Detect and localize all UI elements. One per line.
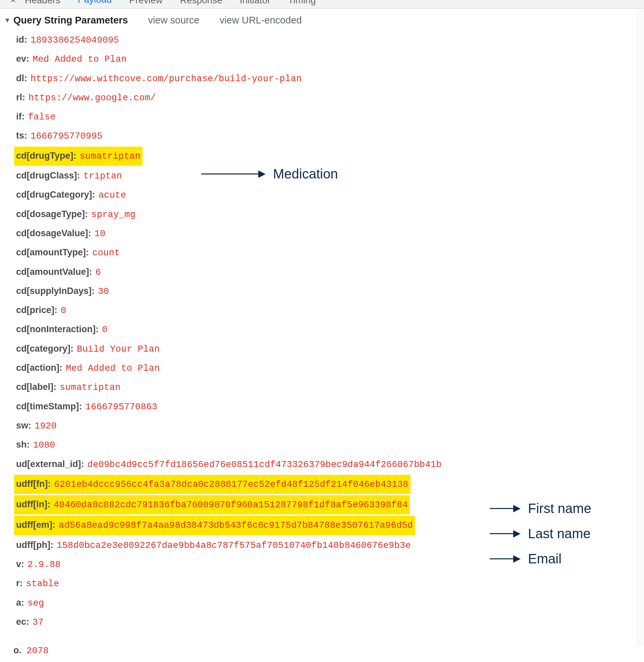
param-row: ud[external_id]:de09bc4d9cc5f7fd18656ed7… (16, 456, 641, 474)
devtools-tabs: ✕ Headers Payload Preview Response Initi… (0, 0, 644, 9)
tab-response[interactable]: Response (178, 0, 224, 6)
view-url-encoded-link[interactable]: view URL-encoded (220, 15, 302, 26)
tab-preview[interactable]: Preview (127, 0, 165, 6)
param-row: cd[nonInteraction]:0 (16, 321, 641, 339)
param-row: ec:37 (16, 613, 641, 631)
param-row: a:seg (16, 594, 641, 612)
annotation-last-name: Last name (490, 526, 591, 541)
tab-initiator[interactable]: Initiator (238, 0, 273, 6)
param-row: sh:1080 (16, 436, 641, 454)
scrollbar-gutter[interactable] (637, 9, 644, 646)
payload-body: ▼ Query String Parameters view source vi… (0, 9, 644, 646)
param-row-cutoff: o. 2078 (0, 646, 644, 656)
param-row: cd[category]:Build Your Plan (16, 340, 641, 358)
param-row: cd[amountValue]:6 (16, 264, 641, 281)
tab-timing[interactable]: Timing (286, 0, 318, 6)
highlight: cd[drugType]:sumatriptan (14, 146, 142, 166)
section-title: Query String Parameters (14, 15, 128, 26)
arrow-right-icon (490, 530, 521, 538)
annotation-first-name: First name (490, 501, 591, 516)
annotation-label: Medication (273, 166, 338, 182)
arrow-right-icon (490, 505, 521, 512)
arrow-right-icon (490, 555, 521, 563)
param-row: cd[dosageType]:spray_mg (16, 206, 641, 224)
section-header: ▼ Query String Parameters view source vi… (3, 15, 641, 26)
highlight: udff[em]:ad56a8ead9c998f7a4aa98d38473db5… (14, 516, 415, 535)
param-row: id:1893386254049095 (16, 31, 641, 49)
annotation-medication: Medication (201, 166, 338, 182)
highlight: udff[fn]:6201eb4dccc956cc4fa3a78dca0c288… (14, 475, 411, 494)
param-row: dl:https://www.withcove.com/purchase/bui… (16, 70, 641, 88)
param-row: r:stable (16, 575, 641, 593)
param-row: cd[drugCategory]:acute (16, 186, 641, 204)
param-row: cd[timeStamp]:1666795770863 (16, 398, 641, 416)
highlight: udff[ln]:40460da8c882cdc791836fba7600987… (14, 495, 410, 515)
annotation-label: First name (528, 501, 591, 516)
annotation-email: Email (490, 551, 561, 566)
param-row-highlight: udff[fn]:6201eb4dccc956cc4fa3a78dca0c288… (16, 475, 641, 494)
arrow-right-icon (201, 170, 266, 178)
param-row: cd[price]:0 (16, 302, 641, 319)
param-row: cd[amountType]:count (16, 244, 641, 262)
param-row: rl:https://www.google.com/ (16, 89, 641, 107)
close-panel-icon[interactable]: ✕ (10, 0, 16, 5)
annotation-label: Last name (528, 526, 591, 541)
param-row: cd[label]:sumatriptan (16, 379, 641, 396)
annotation-label: Email (528, 551, 561, 566)
param-row-highlight: cd[drugType]:sumatriptan (16, 146, 641, 166)
param-row: cd[supplyInDays]:30 (16, 282, 641, 300)
param-row: ev:Med Added to Plan (16, 50, 641, 68)
tab-payload[interactable]: Payload (76, 0, 114, 9)
param-row: sw:1920 (16, 417, 641, 435)
tab-headers[interactable]: Headers (23, 0, 62, 6)
disclosure-triangle-icon[interactable]: ▼ (4, 17, 11, 24)
param-row: ts:1666795770995 (16, 127, 641, 145)
param-row: cd[action]:Med Added to Plan (16, 359, 641, 377)
view-source-link[interactable]: view source (148, 15, 200, 26)
param-row: if:false (16, 108, 641, 126)
param-row: cd[dosageValue]:10 (16, 225, 641, 243)
